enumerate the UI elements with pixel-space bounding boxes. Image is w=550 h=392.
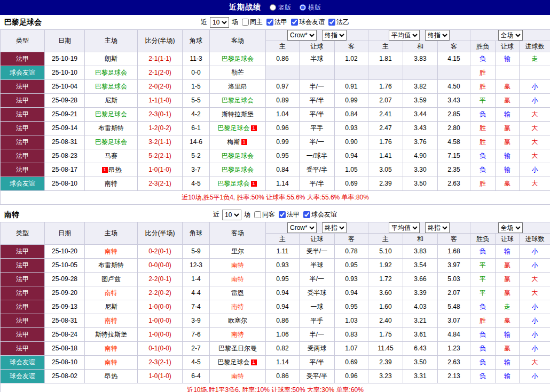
result-cell: 胜 <box>470 135 496 149</box>
home-team: 巴黎足球会 <box>85 66 138 80</box>
odds-cell: 0.99 <box>266 135 300 149</box>
result-cell: 负 <box>470 356 496 370</box>
result-cell: 大 <box>520 149 550 163</box>
odds-cell: 1.68 <box>438 245 470 259</box>
odds-cell: 0.84 <box>266 163 300 177</box>
home-team-name: 南特 <box>105 358 117 366</box>
layout-radio-horizontal-input[interactable] <box>300 4 306 11</box>
filter-option[interactable]: 同主 <box>242 18 263 27</box>
filter-label: 同主 <box>250 18 263 27</box>
avg-source-select[interactable]: 平均值 <box>389 30 420 41</box>
odds-cell: 4.15 <box>438 52 470 66</box>
team-section: 南特 近 10 场 同客法甲球会友谊 类型 日期 <box>0 207 550 392</box>
home-team-name: 南特 <box>105 317 117 324</box>
layout-radio-vertical-input[interactable] <box>270 4 276 11</box>
result-cell: 负 <box>470 300 496 314</box>
home-team-name: 昂热 <box>105 372 117 380</box>
home-team: 图卢兹 <box>85 273 138 286</box>
layout-radio-vertical[interactable]: 竖版 <box>270 3 291 12</box>
filter-option[interactable]: 同客 <box>254 210 275 219</box>
odds-cell: 0.95 <box>335 300 368 314</box>
col-result-goals: 进球数 <box>520 234 550 245</box>
match-row: 法甲25-08-171昂热1-0(1-0)3-7巴黎足球会0.84受平/半1.0… <box>1 163 550 177</box>
result-cell: 大 <box>520 122 550 135</box>
filter-option[interactable]: 法乙 <box>328 18 349 27</box>
filter-option[interactable]: 法甲 <box>266 18 287 27</box>
avg-time-select[interactable]: 终指 <box>425 222 450 233</box>
filter-option[interactable]: 球会友谊 <box>291 18 325 27</box>
home-team: 尼斯 <box>85 300 138 314</box>
match-type: 法甲 <box>1 163 45 177</box>
filter-matches-label: 场 <box>232 18 238 27</box>
home-team-name: 巴黎足球会 <box>95 110 127 118</box>
result-cell: 负 <box>470 149 496 163</box>
scope-header: 全场 <box>470 222 550 234</box>
summary-row-wrap: 近10场,胜5平1负4, 胜率:50% 让球率:55.6% 大率:55.6% 单… <box>1 191 550 205</box>
avg-source-select[interactable]: 平均值 <box>389 222 420 233</box>
odds-cell: 0.90 <box>335 135 368 149</box>
match-type: 法甲 <box>1 342 45 356</box>
match-count-select[interactable]: 10 <box>222 210 241 220</box>
match-type: 法甲 <box>1 259 45 273</box>
match-score: 1-0(1-0) <box>138 370 183 383</box>
filter-checkbox[interactable] <box>328 19 335 26</box>
result-cell: 走 <box>496 300 520 314</box>
away-team: 南特 <box>210 273 266 286</box>
odds-cell: 受平/半 <box>300 370 335 383</box>
filter-option[interactable]: 法甲 <box>279 210 300 219</box>
col-corner: 角球 <box>183 222 210 245</box>
match-date: 25-08-24 <box>45 328 85 342</box>
match-date: 25-09-21 <box>45 108 85 122</box>
result-cell: 小 <box>520 342 550 356</box>
result-cell: 赢 <box>496 94 520 108</box>
away-team-name: 南特 <box>231 331 244 338</box>
avg-time-select[interactable]: 终指 <box>425 30 450 41</box>
filter-checkbox[interactable] <box>279 211 286 218</box>
odds-cell: 3.97 <box>438 259 470 273</box>
odds-cell: 2.63 <box>438 356 470 370</box>
away-team: 雷恩 <box>210 286 266 300</box>
result-cell: 走 <box>520 52 550 66</box>
filter-checkbox[interactable] <box>266 19 273 26</box>
match-type: 球会友谊 <box>1 66 45 80</box>
match-type: 法甲 <box>1 52 45 66</box>
result-cell: 小 <box>520 314 550 328</box>
odds-source-select[interactable]: Crow* <box>287 222 317 233</box>
filter-checkbox[interactable] <box>303 211 310 218</box>
layout-radio-horizontal[interactable]: 横版 <box>300 3 321 12</box>
home-team-name: 巴黎足球会 <box>95 83 127 90</box>
corner-score: 5-5 <box>183 94 210 108</box>
match-score: 1-2(0-2) <box>138 122 183 135</box>
away-team: 斯特拉斯堡 <box>210 108 266 122</box>
result-cell: 大 <box>520 177 550 191</box>
scope-select[interactable]: 全场 <box>498 222 523 233</box>
odds-cell: 0.94 <box>266 286 300 300</box>
result-cell: 小 <box>520 300 550 314</box>
match-row: 法甲25-09-20南特2-2(0-2)4-4雷恩0.94受半球0.943.60… <box>1 286 550 300</box>
filter-checkbox[interactable] <box>254 211 261 218</box>
match-score: 1-0(0-0) <box>138 314 183 328</box>
scope-select[interactable]: 全场 <box>498 30 523 41</box>
scope-header: 全场 <box>470 30 550 41</box>
home-team: 南特 <box>85 177 138 191</box>
match-row: 法甲25-08-24斯特拉斯堡1-0(0-0)7-6南特1.06半/一0.831… <box>1 328 550 342</box>
home-team-name: 朗斯 <box>105 55 117 62</box>
odds-time-select[interactable]: 终指 <box>322 30 347 41</box>
filter-option[interactable]: 球会友谊 <box>303 210 337 219</box>
away-team-name: 梅斯 <box>227 138 240 146</box>
match-count-select[interactable]: 10 <box>210 17 229 28</box>
result-cell: 负 <box>470 328 496 342</box>
odds-cell: 1.02 <box>335 52 368 66</box>
home-team: 尼斯 <box>85 94 138 108</box>
result-cell: 赢 <box>496 286 520 300</box>
odds-cell: 5.10 <box>368 245 403 259</box>
result-cell: 赢 <box>496 342 520 356</box>
odds-cell: 4.50 <box>438 80 470 94</box>
filter-checkbox[interactable] <box>291 19 298 26</box>
odds-source-select[interactable]: Crow* <box>287 30 317 41</box>
filter-checkbox[interactable] <box>242 19 249 26</box>
away-team: 巴黎足球会1 <box>210 356 266 370</box>
odds-time-select[interactable]: 终指 <box>322 222 347 233</box>
odds-cell: 2.07 <box>438 286 470 300</box>
match-type: 法甲 <box>1 94 45 108</box>
